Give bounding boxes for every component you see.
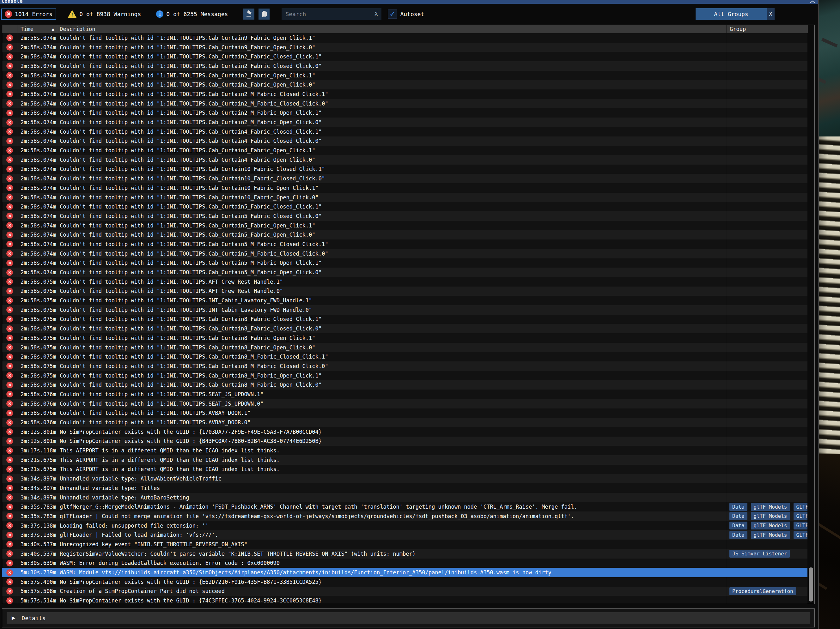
table-row[interactable]: 2m:58s.074m Couldn't find tooltip with i…: [2, 61, 807, 71]
error-icon: [6, 44, 13, 50]
row-time: 2m:58s.074m: [17, 183, 57, 193]
table-row[interactable]: 2m:58s.074m Couldn't find tooltip with i…: [2, 137, 807, 146]
table-row[interactable]: 2m:58s.075m Couldn't find tooltip with i…: [2, 380, 807, 389]
table-row[interactable]: 2m:58s.074m Couldn't find tooltip with i…: [2, 249, 807, 259]
scrollbar-thumb[interactable]: [809, 568, 813, 602]
table-row[interactable]: 2m:58s.074m Couldn't find tooltip with i…: [2, 43, 807, 52]
group-filter-dropdown[interactable]: All Groups X: [696, 8, 775, 20]
table-row[interactable]: 2m:58s.074m Couldn't find tooltip with i…: [2, 52, 807, 61]
table-row[interactable]: 5m:30s.739m WASM: Module vfs://inibuilds…: [2, 568, 807, 577]
table-row[interactable]: 3m:34s.897m Unhandled variable type: Tit…: [2, 483, 807, 493]
table-row[interactable]: 2m:58s.076m Couldn't find tooltip with i…: [2, 399, 807, 408]
table-row[interactable]: 2m:58s.075m Couldn't find tooltip with i…: [2, 287, 807, 296]
table-row[interactable]: 2m:58s.075m Couldn't find tooltip with i…: [2, 371, 807, 380]
column-header-time[interactable]: Time ▲: [17, 25, 57, 33]
table-row[interactable]: 3m:12s.801m No SimPropContainer exists w…: [2, 427, 807, 437]
row-time: 3m:34s.897m: [17, 483, 57, 493]
table-row[interactable]: 2m:58s.074m Couldn't find tooltip with i…: [2, 259, 807, 268]
warnings-filter-button[interactable]: ! 0 of 8938 Warnings: [64, 8, 144, 20]
table-row[interactable]: 3m:21s.675m This AIRPORT is in a differe…: [2, 465, 807, 474]
table-row[interactable]: 2m:58s.074m Couldn't find tooltip with i…: [2, 211, 807, 221]
search-clear-button[interactable]: X: [374, 11, 377, 17]
group-filter-clear-button[interactable]: X: [767, 8, 775, 20]
console-titlebar[interactable]: Console: [0, 0, 818, 4]
table-row[interactable]: 2m:58s.075m Couldn't find tooltip with i…: [2, 296, 807, 305]
row-description: Couldn't find tooltip with id "1:INI.TOO…: [57, 296, 726, 305]
table-row[interactable]: 2m:58s.074m Couldn't find tooltip with i…: [2, 71, 807, 80]
table-row[interactable]: 5m:30s.639m WASM: Error during LoadedCal…: [2, 558, 807, 568]
row-severity-cell: [2, 455, 17, 465]
table-row[interactable]: 2m:58s.074m Couldn't find tooltip with i…: [2, 183, 807, 193]
row-severity-cell: [2, 277, 17, 287]
table-row[interactable]: 2m:58s.074m Couldn't find tooltip with i…: [2, 155, 807, 165]
table-row[interactable]: 2m:58s.075m Couldn't find tooltip with i…: [2, 305, 807, 315]
collapse-chevron-icon[interactable]: [809, 0, 816, 3]
table-row[interactable]: 3m:40s.537m RegisterSimVarValueWatcher: …: [2, 549, 807, 558]
row-time: 2m:58s.075m: [17, 361, 57, 371]
group-badge: glTF Models: [751, 512, 790, 520]
group-badge: GLTF: [794, 522, 808, 530]
row-group: [726, 268, 807, 277]
table-row[interactable]: 2m:58s.075m Couldn't find tooltip with i…: [2, 277, 807, 287]
table-row[interactable]: 2m:58s.074m Couldn't find tooltip with i…: [2, 202, 807, 211]
row-description: No SimPropContainer exists with the GUID…: [57, 427, 726, 437]
table-row[interactable]: 5m:57s.490m No SimPropContainer exists w…: [2, 577, 807, 586]
errors-filter-button[interactable]: 1014 Errors: [1, 8, 56, 20]
table-row[interactable]: 2m:58s.074m Couldn't find tooltip with i…: [2, 221, 807, 230]
table-row[interactable]: 2m:58s.074m Couldn't find tooltip with i…: [2, 99, 807, 108]
table-row[interactable]: 2m:58s.076m Couldn't find tooltip with i…: [2, 408, 807, 418]
table-row[interactable]: 2m:58s.074m Couldn't find tooltip with i…: [2, 240, 807, 249]
table-row[interactable]: 3m:40s.537m Unrecognized key event "INIB…: [2, 539, 807, 549]
clear-console-button[interactable]: [243, 8, 254, 20]
table-row[interactable]: 2m:58s.074m Couldn't find tooltip with i…: [2, 230, 807, 240]
column-header-group[interactable]: Group: [726, 25, 808, 33]
table-row[interactable]: 2m:58s.075m Couldn't find tooltip with i…: [2, 315, 807, 324]
table-row[interactable]: 2m:58s.074m Couldn't find tooltip with i…: [2, 193, 807, 202]
table-row[interactable]: 2m:58s.074m Couldn't find tooltip with i…: [2, 127, 807, 137]
group-filter-label[interactable]: All Groups: [696, 8, 767, 20]
copy-log-button[interactable]: [259, 8, 270, 20]
table-row[interactable]: 3m:12s.801m No SimPropContainer exists w…: [2, 437, 807, 446]
table-row[interactable]: 3m:37s.138m glTFLoader | Failed to load …: [2, 530, 807, 539]
table-row[interactable]: 5m:57s.508m Creation of a SimPropContain…: [2, 586, 807, 596]
row-group: [726, 183, 807, 193]
table-row[interactable]: 2m:58s.074m Couldn't find tooltip with i…: [2, 80, 807, 90]
table-row[interactable]: 3m:17s.118m This AIRPORT is in a differe…: [2, 446, 807, 455]
table-row[interactable]: 3m:21s.675m This AIRPORT is in a differe…: [2, 455, 807, 465]
search-box[interactable]: X: [281, 8, 381, 20]
vertical-scrollbar[interactable]: [807, 33, 815, 604]
table-row[interactable]: 3m:35s.783m gltfMerger_G::MergeModelAnim…: [2, 502, 807, 511]
messages-filter-button[interactable]: i 0 of 6255 Messages: [153, 8, 231, 20]
table-row[interactable]: 2m:58s.075m Couldn't find tooltip with i…: [2, 361, 807, 371]
table-row[interactable]: 2m:58s.075m Couldn't find tooltip with i…: [2, 324, 807, 333]
details-expander[interactable]: ▶ Details: [6, 612, 810, 624]
table-row[interactable]: 2m:58s.074m Couldn't find tooltip with i…: [2, 33, 807, 43]
table-row[interactable]: 3m:37s.138m Loading failed: unsupported …: [2, 521, 807, 530]
row-description: Couldn't find tooltip with id "1:INI.TOO…: [57, 165, 726, 174]
table-row[interactable]: 3m:35s.783m glTFLoader | Could not merge…: [2, 511, 807, 521]
table-row[interactable]: 2m:58s.074m Couldn't find tooltip with i…: [2, 174, 807, 183]
error-icon: [6, 54, 13, 60]
table-row[interactable]: 2m:58s.074m Couldn't find tooltip with i…: [2, 108, 807, 118]
table-row[interactable]: 2m:58s.076m Couldn't find tooltip with i…: [2, 389, 807, 399]
table-row[interactable]: 2m:58s.076m Couldn't find tooltip with i…: [2, 418, 807, 427]
table-row[interactable]: 3m:34s.897m Unhandled variable type: Aut…: [2, 493, 807, 502]
table-row[interactable]: 2m:58s.074m Couldn't find tooltip with i…: [2, 165, 807, 174]
table-row[interactable]: 2m:58s.074m Couldn't find tooltip with i…: [2, 146, 807, 155]
table-row[interactable]: 2m:58s.074m Couldn't find tooltip with i…: [2, 118, 807, 127]
row-time: 2m:58s.074m: [17, 259, 57, 268]
table-row[interactable]: 5m:57s.514m No SimPropContainer exists w…: [2, 596, 807, 604]
table-row[interactable]: 3m:34s.897m Unhandled variable type: All…: [2, 474, 807, 483]
table-row[interactable]: 2m:58s.075m Couldn't find tooltip with i…: [2, 352, 807, 361]
table-row[interactable]: 2m:58s.074m Couldn't find tooltip with i…: [2, 90, 807, 99]
row-group: [726, 399, 807, 408]
error-icon: [6, 128, 13, 135]
table-row[interactable]: 2m:58s.074m Couldn't find tooltip with i…: [2, 268, 807, 277]
column-header-description[interactable]: Description: [57, 25, 726, 33]
error-icon: [6, 203, 13, 210]
search-input[interactable]: [281, 11, 381, 17]
autoset-checkbox[interactable]: ✓: [388, 9, 397, 19]
row-description: This AIRPORT is in a different QMID than…: [57, 446, 726, 455]
table-row[interactable]: 2m:58s.075m Couldn't find tooltip with i…: [2, 333, 807, 343]
table-row[interactable]: 2m:58s.075m Couldn't find tooltip with i…: [2, 343, 807, 352]
